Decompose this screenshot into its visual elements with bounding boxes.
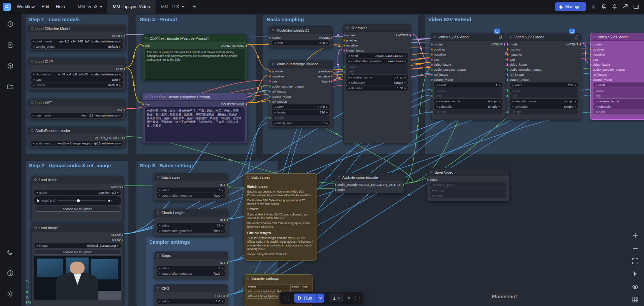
increment-arrow-icon[interactable]: ▶	[405, 60, 406, 63]
decrement-arrow-icon[interactable]: ◀	[595, 84, 597, 87]
open-subgraph-icon[interactable]	[499, 35, 502, 39]
tab-mm-lipsync-video[interactable]: MM_Lipsync-Video	[107, 0, 156, 13]
output-port[interactable]	[122, 239, 124, 242]
widget-filename-prefix[interactable]: filename_prefix	[430, 182, 507, 188]
input-port[interactable]	[507, 43, 509, 46]
widget-image[interactable]: ◀imagemichael_bureau.png▶	[34, 243, 121, 248]
input-port[interactable]	[590, 63, 592, 66]
node-video-s2v-extend-3[interactable]: Video S2V ExtendmodelLATENTpositivenegat…	[590, 33, 644, 120]
output-port[interactable]	[124, 35, 126, 37]
notifications-bell-icon[interactable]	[612, 4, 617, 9]
decrement-arrow-icon[interactable]: ◀	[159, 300, 160, 303]
node-header[interactable]: CLIP Text Encode (Positive Prompt)	[142, 35, 247, 42]
widget-seed[interactable]: ◀seed3▶	[593, 82, 644, 88]
increment-arrow-icon[interactable]: ▶	[405, 81, 406, 84]
input-port[interactable]	[343, 44, 345, 47]
node-header[interactable]: WanSoundImageToVideo	[269, 60, 332, 68]
output-port[interactable]	[409, 34, 411, 37]
increment-arrow-icon[interactable]: ▶	[119, 142, 121, 145]
widget-value[interactable]: ◀value1.0▶	[157, 299, 225, 304]
widget-cfg[interactable]: cfg	[593, 93, 644, 98]
widget-denoise[interactable]: ◀denoise1.00▶	[346, 86, 408, 91]
increment-arrow-icon[interactable]: ▶	[119, 40, 121, 43]
input-port[interactable]	[269, 75, 271, 78]
input-port[interactable]	[507, 63, 509, 66]
widget-steps[interactable]: steps	[434, 88, 503, 93]
input-port[interactable]	[431, 73, 433, 76]
new-workflow-tab-button[interactable]: +	[189, 0, 199, 13]
node-header[interactable]: Video S2V Extend	[507, 33, 581, 41]
input-port[interactable]	[142, 44, 144, 47]
increment-arrow-icon[interactable]: ▶	[222, 224, 223, 227]
volume-icon[interactable]	[108, 199, 112, 203]
widget-sampler-name[interactable]: ◀sampler_nameuni_pc▶	[510, 99, 578, 104]
increment-arrow-icon[interactable]: ▶	[575, 84, 576, 87]
node-ksampler[interactable]: KSamplermodelLATENTpositivenegativelaten…	[343, 24, 411, 143]
increment-arrow-icon[interactable]: ▶	[119, 114, 121, 117]
node-load-vae[interactable]: Load VAEVAE◀vae_namewan_2.1_vae.safetens…	[28, 99, 126, 119]
collapse-dot-icon[interactable]	[31, 101, 33, 104]
run-main[interactable]: Run	[294, 296, 316, 301]
output-port[interactable]	[504, 43, 505, 46]
input-port[interactable]	[269, 80, 271, 83]
toggle-link-visibility-eye-icon[interactable]	[631, 283, 639, 291]
node-save-video[interactable]: Save Videovideofilename_prefix◀format◀co…	[427, 168, 509, 201]
decrement-arrow-icon[interactable]: ◀	[33, 84, 34, 87]
input-port[interactable]	[431, 48, 433, 51]
node-load-image[interactable]: Load ImageIMAGEMASK◀imagemichael_bureau.…	[31, 224, 124, 306]
widget-format[interactable]: ◀format	[430, 188, 507, 193]
increment-arrow-icon[interactable]: ▶	[575, 105, 576, 108]
input-port[interactable]	[269, 90, 271, 93]
menu-edit[interactable]: Edit	[38, 0, 52, 13]
input-port[interactable]	[335, 183, 336, 186]
notifications-off-bell-icon[interactable]	[601, 4, 607, 9]
input-port[interactable]	[507, 53, 509, 56]
node-model-sampling-sd3[interactable]: ModelSamplingSD3modelMODEL◀shift8.00▶	[269, 26, 333, 48]
collapse-dot-icon[interactable]	[31, 27, 33, 30]
input-port[interactable]	[431, 95, 433, 97]
node-wan-sound-image-to-video[interactable]: WanSoundImageToVideopositivepositivenega…	[269, 60, 333, 128]
run-options-chevron-icon[interactable]	[316, 294, 324, 303]
collapse-dot-icon[interactable]	[272, 29, 275, 31]
decrement-arrow-icon[interactable]: ◀	[274, 42, 276, 44]
stepper-arrows-icon[interactable]: ▲▼	[338, 296, 340, 300]
decrement-arrow-icon[interactable]: ◀	[595, 105, 597, 108]
input-port[interactable]	[507, 73, 509, 76]
decrement-arrow-icon[interactable]: ◀	[274, 111, 276, 114]
increment-arrow-icon[interactable]: ▶	[326, 122, 328, 125]
zoom-in-icon[interactable]	[631, 232, 639, 240]
node-header[interactable]: Load VAE	[28, 99, 125, 106]
input-port[interactable]	[343, 34, 345, 37]
decrement-arrow-icon[interactable]: ◀	[274, 122, 276, 125]
widget-sampler-name[interactable]: ◀sampler_nameuni_pc▶	[346, 75, 408, 80]
settings-gear-icon[interactable]	[6, 290, 14, 298]
tab-mm-tts[interactable]: MM_TTS	[156, 0, 189, 13]
widget-control-after-generate[interactable]: ◀control after generatefixed▶	[157, 193, 225, 198]
output-port[interactable]	[331, 70, 333, 73]
toolbar-drag-handle[interactable]: ⋮⋮	[284, 296, 290, 300]
decrement-arrow-icon[interactable]: ◀	[348, 55, 350, 57]
node-graph-canvas[interactable]: T: 0.I: 0.N: 6.V: 1.FPS Step 1 - Load mo…	[0, 0, 644, 306]
increment-arrow-icon[interactable]: ▶	[326, 111, 328, 114]
collapse-dot-icon[interactable]	[31, 129, 33, 132]
decrement-arrow-icon[interactable]: ◀	[159, 189, 160, 192]
input-port[interactable]	[343, 49, 345, 52]
widget-audio[interactable]: ◀audioexplain.mp3▶	[34, 190, 121, 195]
widget-seed[interactable]: ◀seed250▶	[510, 82, 578, 88]
increment-arrow-icon[interactable]: ▶	[499, 105, 501, 108]
widget-control-after-generate[interactable]: ◀control after generatefixed▶	[157, 228, 225, 233]
node-header[interactable]: Steps	[154, 252, 228, 259]
input-port[interactable]	[507, 78, 509, 81]
increment-arrow-icon[interactable]: ▶	[405, 76, 406, 79]
node-cfg[interactable]: CFGFLOAT◀value1.0▶	[154, 284, 228, 306]
node-header[interactable]: Load Diffusion Model	[28, 25, 125, 32]
node-header[interactable]: Video S2V Extend	[431, 33, 505, 41]
prompt-textarea[interactable]: 色调艳丽，过曝，静态，细节模糊不清，字幕，风格，作品，画作，画面，静止，整体发灰…	[145, 107, 245, 142]
subgraph-badge-icon[interactable]	[569, 29, 575, 34]
widget-shift[interactable]: ◀shift8.00▶	[272, 40, 330, 45]
decrement-arrow-icon[interactable]: ◀	[33, 40, 34, 43]
input-port[interactable]	[431, 53, 433, 56]
decrement-arrow-icon[interactable]: ◀	[512, 84, 513, 87]
node-header[interactable]: ModelSamplingSD3	[269, 27, 332, 34]
input-port[interactable]	[431, 78, 433, 81]
